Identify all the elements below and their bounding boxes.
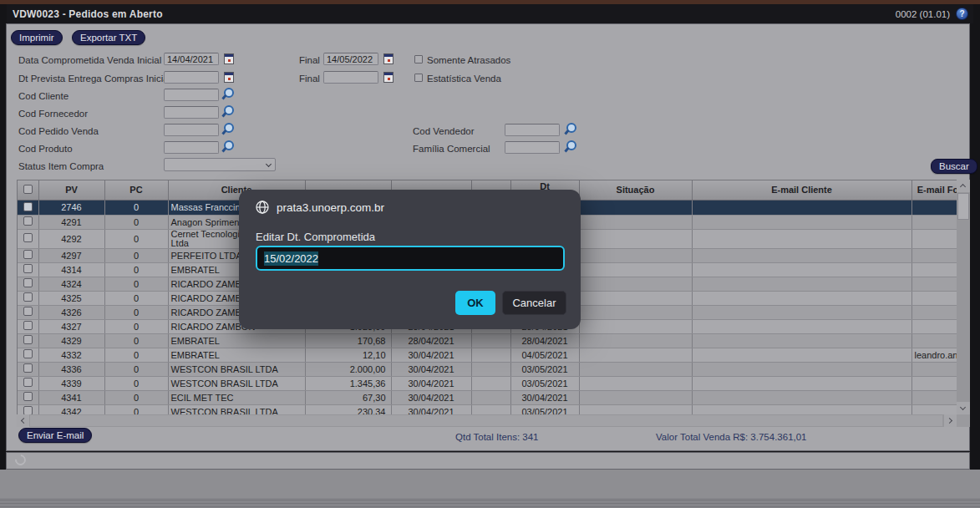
row-checkbox[interactable]	[23, 216, 33, 226]
table-row[interactable]: 4341 0 ECIL MET TEC 67,30 30/04/2021 30/…	[18, 390, 957, 404]
cod-vendedor-input[interactable]	[505, 124, 560, 136]
buscar-button[interactable]: Buscar	[931, 159, 977, 174]
scroll-up-button[interactable]	[957, 180, 970, 192]
scroll-down-button[interactable]	[957, 402, 970, 414]
cod-pedido-venda-input[interactable]	[164, 124, 219, 136]
row-checkbox[interactable]	[23, 321, 33, 330]
cod-cliente-label: Cod Cliente	[18, 91, 69, 101]
dt-prevista-inicial-input[interactable]	[164, 71, 219, 84]
cod-cliente-input[interactable]	[164, 89, 219, 101]
somente-atrasados-checkbox[interactable]	[414, 55, 423, 64]
bottom-grip-stripes	[0, 498, 980, 508]
scroll-right-button[interactable]	[944, 414, 957, 427]
row-checkbox[interactable]	[23, 349, 33, 358]
cancel-button[interactable]: Cancelar	[502, 291, 566, 315]
imprimir-button[interactable]: Imprimir	[11, 30, 63, 45]
row-checkbox[interactable]	[23, 278, 33, 287]
col-header-pv[interactable]: PV	[38, 180, 104, 200]
estatistica-venda-label: Estatística Venda	[427, 74, 501, 84]
horizontal-scrollbar[interactable]	[17, 414, 957, 427]
estatistica-venda-checkbox[interactable]	[414, 74, 423, 82]
row-checkbox[interactable]	[23, 335, 33, 344]
col-header-email-fornecedor[interactable]: E-mail Fornecedor	[911, 180, 957, 200]
bottom-subpanel	[6, 452, 970, 470]
lookup-icon[interactable]	[565, 140, 576, 152]
row-checkbox[interactable]	[23, 233, 33, 242]
col-header-email-cliente[interactable]: E-mail Cliente	[692, 180, 911, 200]
familia-comercial-label: Família Comercial	[413, 144, 490, 154]
exportar-txt-button[interactable]: Exportar TXT	[72, 30, 145, 45]
help-icon[interactable]: ?	[956, 8, 968, 20]
app-root: VDW0023 - Pedidos em Aberto 0002 (01.01)…	[0, 0, 980, 508]
lookup-icon[interactable]	[222, 123, 234, 135]
status-item-compra-select[interactable]	[164, 158, 276, 171]
lookup-icon[interactable]	[222, 88, 234, 99]
table-row[interactable]: 4332 0 EMBRATEL 12,10 30/04/2021 04/05/2…	[18, 348, 957, 362]
row-checkbox[interactable]	[23, 392, 33, 401]
scroll-left-button[interactable]	[17, 414, 29, 427]
dt-prevista-label: Dt Prevista Entrega Compras Inicial	[18, 74, 170, 84]
lookup-icon[interactable]	[222, 105, 234, 117]
lookup-icon[interactable]	[565, 123, 576, 135]
status-item-compra-label: Status Item Compra	[18, 161, 104, 171]
cod-fornecedor-input[interactable]	[164, 106, 219, 119]
row-checkbox[interactable]	[23, 250, 33, 259]
row-checkbox[interactable]	[23, 307, 33, 316]
lookup-icon[interactable]	[222, 140, 234, 152]
data-comprometida-inicial-input[interactable]	[164, 53, 219, 65]
familia-comercial-input[interactable]	[505, 141, 560, 154]
dt-prevista-final-label: Final	[299, 74, 320, 84]
scrollbar-corner	[957, 414, 970, 427]
horizontal-scroll-thumb[interactable]	[30, 415, 942, 426]
table-row[interactable]: 4329 0 EMBRATEL 170,68 28/04/2021 28/04/…	[18, 333, 957, 348]
col-header-situacao[interactable]: Situação	[579, 180, 692, 200]
cod-vendedor-label: Cod Vendedor	[413, 126, 475, 136]
version-label: 0002 (01.01)	[896, 9, 950, 19]
ok-button[interactable]: OK	[455, 291, 495, 315]
row-checkbox[interactable]	[23, 406, 33, 414]
somente-atrasados-label: Somente Atrasados	[427, 55, 510, 65]
title-bar: VDW0023 - Pedidos em Aberto 0002 (01.01)…	[7, 4, 973, 23]
data-comprometida-final-input[interactable]	[323, 53, 378, 65]
dialog-date-input[interactable]: 15/02/2022	[256, 246, 565, 271]
data-comprometida-label: Data Comprometida Venda Inicial	[18, 55, 161, 65]
vertical-scrollbar[interactable]	[957, 180, 970, 414]
calendar-icon[interactable]	[224, 53, 234, 64]
row-checkbox[interactable]	[23, 292, 33, 302]
vertical-scroll-thumb[interactable]	[957, 193, 969, 220]
globe-icon	[256, 201, 269, 214]
calendar-icon[interactable]	[383, 72, 394, 83]
cod-fornecedor-label: Cod Fornecedor	[18, 109, 88, 119]
table-row[interactable]: 4339 0 WESTCON BRASIL LTDA 1.345,36 30/0…	[18, 376, 957, 390]
qtd-total-itens-label: Qtd Total Itens: 341	[455, 432, 539, 442]
table-row[interactable]: 4342 0 WESTCON BRASIL LTDA 230,34 30/04/…	[18, 404, 957, 414]
calendar-icon[interactable]	[383, 53, 394, 64]
page-title: VDW0023 - Pedidos em Aberto	[7, 8, 163, 20]
calendar-icon[interactable]	[224, 72, 234, 83]
chevron-down-icon	[266, 161, 272, 167]
cod-produto-label: Cod Produto	[18, 144, 73, 154]
row-checkbox[interactable]	[23, 378, 33, 387]
valor-total-venda-label: Valor Total Venda R$: 3.754.361,01	[656, 432, 807, 442]
dialog-input-selected-text: 15/02/2022	[264, 251, 318, 266]
row-checkbox[interactable]	[23, 363, 33, 373]
select-all-checkbox[interactable]	[23, 185, 33, 194]
dialog-origin: prata3.unoerp.com.br	[277, 201, 384, 214]
dialog-message: Editar Dt. Comprometida	[256, 231, 375, 243]
cod-pedido-venda-label: Cod Pedido Venda	[18, 126, 99, 136]
table-row[interactable]: 4336 0 WESTCON BRASIL LTDA 2.000,00 30/0…	[18, 362, 957, 376]
row-checkbox[interactable]	[23, 202, 33, 211]
data-comprometida-final-label: Final	[299, 55, 320, 65]
enviar-email-button[interactable]: Enviar E-mail	[18, 428, 92, 443]
col-header-pc[interactable]: PC	[104, 180, 168, 200]
prompt-dialog: prata3.unoerp.com.br Editar Dt. Comprome…	[239, 190, 581, 329]
dt-prevista-final-input[interactable]	[323, 71, 378, 84]
row-checkbox[interactable]	[23, 264, 33, 273]
cod-produto-input[interactable]	[164, 141, 219, 154]
